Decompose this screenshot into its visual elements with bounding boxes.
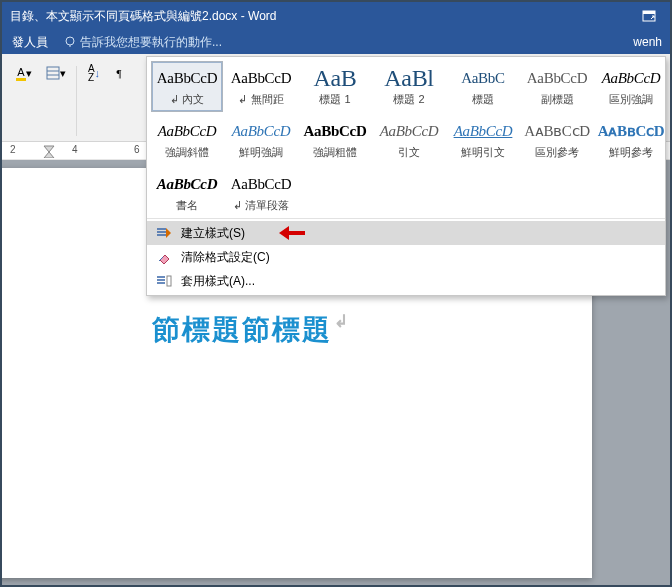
style-preview: AaBbCcD [226, 64, 296, 92]
style-preview: AaBbCcD [300, 117, 370, 145]
style-preview: AaBbCcD [448, 117, 518, 145]
svg-rect-1 [643, 11, 655, 14]
style-item[interactable]: AaBbCcD↲ 無間距 [225, 61, 297, 112]
tell-me-placeholder: 告訴我您想要執行的動作... [80, 34, 222, 51]
ribbon-tabs: 發人員 告訴我您想要執行的動作... wenh [2, 30, 670, 54]
style-preview: AᴀBʙCᴄD [596, 117, 666, 145]
style-item[interactable]: AaBbCcD引文 [373, 114, 445, 165]
style-preview: AaBbCcD [226, 170, 296, 198]
style-item[interactable]: AaBbCcD鮮明引文 [447, 114, 519, 165]
style-label: 強調斜體 [152, 145, 222, 160]
ruler-tick: 4 [72, 144, 78, 155]
style-item[interactable]: AaB標題 1 [299, 61, 371, 112]
style-label: ↲ 內文 [152, 92, 222, 107]
lightbulb-icon [64, 36, 76, 48]
style-label: 鮮明引文 [448, 145, 518, 160]
style-label: 副標題 [522, 92, 592, 107]
menu-create-style-label: 建立樣式(S) [181, 225, 245, 242]
style-item[interactable]: AaBbCcD強調斜體 [151, 114, 223, 165]
styles-grid: AaBbCcD↲ 內文AaBbCcD↲ 無間距AaB標題 1AaBl標題 2Aa… [147, 57, 665, 218]
style-item[interactable]: AaBbCcD區別強調 [595, 61, 667, 112]
style-label: 鮮明強調 [226, 145, 296, 160]
style-label: 區別參考 [522, 145, 592, 160]
style-preview: AaBbCcD [596, 64, 666, 92]
style-item[interactable]: AᴀBʙCᴄD區別參考 [521, 114, 593, 165]
style-preview: AaB [300, 64, 370, 92]
style-label: 鮮明參考 [596, 145, 666, 160]
style-label: 強調粗體 [300, 145, 370, 160]
styles-menu: 建立樣式(S) 清除格式設定(C) 套用樣式(A)... [147, 218, 665, 295]
style-preview: AaBbCcD [152, 117, 222, 145]
svg-rect-4 [47, 67, 59, 79]
window-title: 目錄、本文顯示不同頁碼格式與編號2.docx - Word [10, 8, 636, 25]
menu-apply-styles[interactable]: 套用樣式(A)... [147, 269, 665, 293]
border-button[interactable]: ▾ [42, 62, 70, 84]
style-item[interactable]: AaBbCcD↲ 內文 [151, 61, 223, 112]
ribbon-left-controls: A ▾ ▾ AZ↓ ¶ [6, 58, 146, 141]
style-item[interactable]: AᴀBʙCᴄD鮮明參考 [595, 114, 667, 165]
style-preview: AaBbCcD [226, 117, 296, 145]
style-preview: AaBbCcD [152, 64, 222, 92]
ruler-tick: 2 [10, 144, 16, 155]
svg-rect-7 [167, 276, 171, 286]
style-item[interactable]: AaBbCcD副標題 [521, 61, 593, 112]
style-label: 標題 [448, 92, 518, 107]
indent-marker-icon[interactable] [42, 144, 56, 158]
eraser-icon [155, 251, 173, 264]
show-marks-button[interactable]: ¶ [109, 62, 129, 84]
style-label: 引文 [374, 145, 444, 160]
paragraph-mark-icon: ↲ [334, 312, 350, 331]
style-item[interactable]: AaBl標題 2 [373, 61, 445, 112]
style-preview: AaBbCcD [522, 64, 592, 92]
style-item[interactable]: AaBbCcD書名 [151, 167, 223, 218]
menu-clear-label: 清除格式設定(C) [181, 249, 270, 266]
style-label: 標題 2 [374, 92, 444, 107]
style-item[interactable]: AaBbC標題 [447, 61, 519, 112]
menu-apply-label: 套用樣式(A)... [181, 273, 255, 290]
style-preview: AaBbCcD [374, 117, 444, 145]
account-name[interactable]: wenh [633, 35, 670, 49]
heading-2-text[interactable]: 節標題節標題↲ [152, 311, 592, 349]
styles-gallery-dropdown: AaBbCcD↲ 內文AaBbCcD↲ 無間距AaB標題 1AaBl標題 2Aa… [146, 56, 666, 296]
annotation-arrow [279, 226, 309, 240]
sort-button[interactable]: AZ↓ [83, 62, 105, 84]
style-item[interactable]: AaBbCcD↲ 清單段落 [225, 167, 297, 218]
style-preview: AaBl [374, 64, 444, 92]
text-run: 節標題節標題 [152, 314, 332, 345]
style-preview: AaBbC [448, 64, 518, 92]
tell-me-box[interactable]: 告訴我您想要執行的動作... [64, 34, 222, 51]
separator [76, 66, 77, 136]
menu-clear-formatting[interactable]: 清除格式設定(C) [147, 245, 665, 269]
apply-style-icon [155, 274, 173, 288]
style-label: 書名 [152, 198, 222, 213]
svg-point-2 [66, 37, 74, 45]
ruler-tick: 6 [134, 144, 140, 155]
ribbon-body: A ▾ ▾ AZ↓ ¶ AaBbCcD↲ 內文AaBbCcD↲ 無間距AaB標題… [2, 54, 670, 142]
shading-button[interactable]: A ▾ [10, 62, 38, 84]
style-item[interactable]: AaBbCcD鮮明強調 [225, 114, 297, 165]
style-label: 標題 1 [300, 92, 370, 107]
ribbon-tab-developer[interactable]: 發人員 [6, 34, 54, 51]
title-bar: 目錄、本文顯示不同頁碼格式與編號2.docx - Word [2, 2, 670, 30]
style-label: ↲ 清單段落 [226, 198, 296, 213]
style-label: ↲ 無間距 [226, 92, 296, 107]
style-preview: AaBbCcD [152, 170, 222, 198]
menu-create-style[interactable]: 建立樣式(S) [147, 221, 665, 245]
style-item[interactable]: AaBbCcD強調粗體 [299, 114, 371, 165]
style-label: 區別強調 [596, 92, 666, 107]
ribbon-display-options-icon[interactable] [636, 6, 662, 26]
style-preview: AᴀBʙCᴄD [522, 117, 592, 145]
create-style-icon [155, 226, 173, 240]
